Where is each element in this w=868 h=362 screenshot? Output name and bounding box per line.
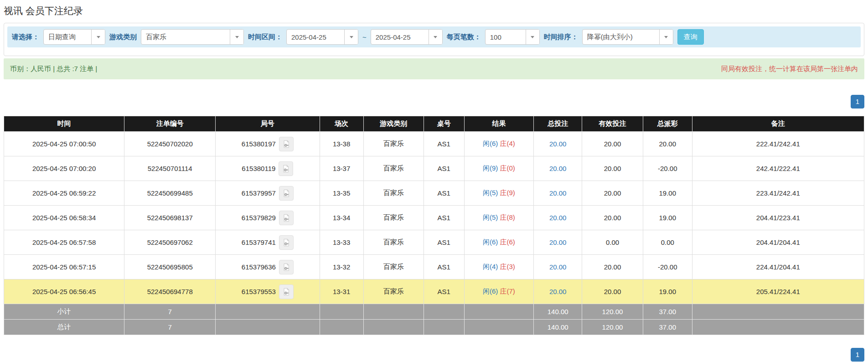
- video-replay-icon[interactable]: [279, 137, 294, 151]
- time-range-label: 时间区间：: [248, 33, 282, 41]
- cell-session: 13-34: [320, 206, 363, 230]
- cell-valid-bet: 20.00: [582, 206, 643, 230]
- page-size-value: 100: [486, 30, 526, 44]
- result-player: 闲(6): [483, 140, 498, 147]
- video-replay-icon[interactable]: [279, 284, 294, 299]
- cell-game-type: 百家乐: [363, 156, 424, 181]
- cell-remark: 242.41/222.41: [692, 156, 864, 181]
- cell-game-type: 百家乐: [363, 255, 424, 279]
- total-bet-link[interactable]: 20.00: [549, 140, 567, 148]
- subtotal-count: 7: [124, 304, 216, 320]
- chevron-down-icon[interactable]: [230, 30, 243, 44]
- cell-round-id: 615379957: [216, 181, 320, 206]
- cell-result: 闲(6) 庄(6): [464, 230, 534, 255]
- pagination-page-1[interactable]: 1: [851, 95, 864, 109]
- game-type-label: 游戏类别: [109, 33, 137, 41]
- video-replay-icon[interactable]: [279, 161, 293, 176]
- chevron-down-icon[interactable]: [344, 30, 358, 44]
- bet-records-table: 时间 注单编号 局号 场次 游戏类别 桌号 结果 总投注 有效投注 总派彩 备注…: [4, 116, 864, 335]
- cell-table-no: AS1: [424, 279, 464, 304]
- header-remark: 备注: [692, 116, 864, 132]
- round-number: 615379553: [242, 288, 276, 295]
- video-replay-icon[interactable]: [279, 235, 294, 250]
- cell-session: 13-38: [320, 132, 363, 156]
- video-replay-icon[interactable]: [279, 211, 294, 225]
- table-row: 2025-04-25 06:59:22 522450699485 6153799…: [4, 181, 864, 206]
- total-bet-link[interactable]: 20.00: [549, 165, 567, 172]
- result-banker: 庄(7): [500, 287, 515, 295]
- subtotal-row: 小计 7 140.00 120.00 37.00: [4, 304, 864, 320]
- table-row: 2025-04-25 06:58:34 522450698137 6153798…: [4, 206, 864, 230]
- query-mode-select[interactable]: 日期查询: [43, 29, 105, 45]
- cell-session: 13-31: [320, 279, 363, 304]
- cell-bet-id: 522450695805: [124, 255, 216, 279]
- result-banker: 庄(6): [500, 238, 515, 246]
- total-bet-link[interactable]: 20.00: [549, 288, 567, 295]
- video-replay-icon[interactable]: [279, 186, 294, 201]
- cell-time: 2025-04-25 06:58:34: [4, 206, 124, 230]
- video-replay-icon[interactable]: [279, 260, 294, 274]
- cell-round-id: 615379553: [216, 279, 320, 304]
- chevron-down-icon[interactable]: [91, 30, 105, 44]
- total-bet-link[interactable]: 20.00: [549, 238, 567, 246]
- date-from-select[interactable]: 2025-04-25: [286, 29, 358, 45]
- cell-result: 闲(5) 庄(8): [464, 206, 534, 230]
- summary-bar: 币别：人民币 | 总共 :7 注单 | 同局有效投注，统一计算在该局第一张注单内: [4, 58, 864, 79]
- total-bet-link[interactable]: 20.00: [549, 189, 567, 197]
- header-time: 时间: [4, 116, 124, 132]
- pagination-page-1[interactable]: 1: [851, 348, 864, 362]
- summary-note: 同局有效投注，统一计算在该局第一张注单内: [721, 65, 858, 73]
- cell-total-bet: 20.00: [534, 132, 582, 156]
- total-row: 总计 7 140.00 120.00 37.00: [4, 320, 864, 335]
- chevron-down-icon[interactable]: [526, 30, 539, 44]
- cell-bet-id: 522450699485: [124, 181, 216, 206]
- cell-round-id: 615379636: [216, 255, 320, 279]
- header-total-bet: 总投注: [534, 116, 582, 132]
- chevron-down-icon[interactable]: [429, 30, 442, 44]
- sort-order-select[interactable]: 降幂(由大到小): [582, 29, 673, 45]
- sort-order-value: 降幂(由大到小): [583, 30, 659, 44]
- cell-game-type: 百家乐: [363, 279, 424, 304]
- total-payout: 37.00: [643, 320, 692, 335]
- result-player: 闲(9): [483, 164, 498, 172]
- round-number: 615379829: [242, 214, 276, 222]
- round-number: 615379636: [242, 263, 276, 271]
- game-type-select[interactable]: 百家乐: [141, 29, 244, 45]
- pagination-top: 1: [4, 95, 864, 109]
- page: 视讯 会员下注纪录 请选择： 日期查询 游戏类别 百家乐 时间区间： 2025-…: [0, 5, 868, 362]
- cell-valid-bet: 20.00: [582, 255, 643, 279]
- result-banker: 庄(0): [500, 164, 515, 172]
- cell-payout: 19.00: [643, 181, 692, 206]
- cell-payout: -20.00: [643, 255, 692, 279]
- filter-panel: 请选择： 日期查询 游戏类别 百家乐 时间区间： 2025-04-25 ~ 20…: [4, 23, 864, 56]
- cell-session: 13-32: [320, 255, 363, 279]
- cell-round-id: 615380119: [216, 156, 320, 181]
- cell-bet-id: 522450701114: [124, 156, 216, 181]
- cell-total-bet: 20.00: [534, 230, 582, 255]
- cell-payout: -20.00: [643, 156, 692, 181]
- total-bet-link[interactable]: 20.00: [549, 263, 567, 271]
- result-banker: 庄(8): [500, 213, 515, 221]
- result-player: 闲(4): [483, 263, 498, 270]
- date-to-select[interactable]: 2025-04-25: [371, 29, 443, 45]
- cell-round-id: 615379741: [216, 230, 320, 255]
- result-banker: 庄(3): [500, 263, 515, 270]
- page-size-select[interactable]: 100: [485, 29, 540, 45]
- cell-remark: 204.41/204.41: [692, 230, 864, 255]
- chevron-down-icon[interactable]: [659, 30, 673, 44]
- result-banker: 庄(9): [500, 189, 515, 197]
- cell-result: 闲(4) 庄(3): [464, 255, 534, 279]
- cell-table-no: AS1: [424, 156, 464, 181]
- total-count: 7: [124, 320, 216, 335]
- summary-currency-count: 币别：人民币 | 总共 :7 注单 |: [10, 65, 97, 73]
- search-button[interactable]: 查询: [677, 29, 704, 45]
- cell-bet-id: 522450694778: [124, 279, 216, 304]
- header-result: 结果: [464, 116, 534, 132]
- cell-total-bet: 20.00: [534, 156, 582, 181]
- cell-payout: 19.00: [643, 206, 692, 230]
- cell-valid-bet: 20.00: [582, 156, 643, 181]
- total-bet-link[interactable]: 20.00: [549, 214, 567, 222]
- pagination-bottom: 1: [4, 348, 864, 362]
- cell-total-bet: 20.00: [534, 255, 582, 279]
- subtotal-total-bet: 140.00: [534, 304, 582, 320]
